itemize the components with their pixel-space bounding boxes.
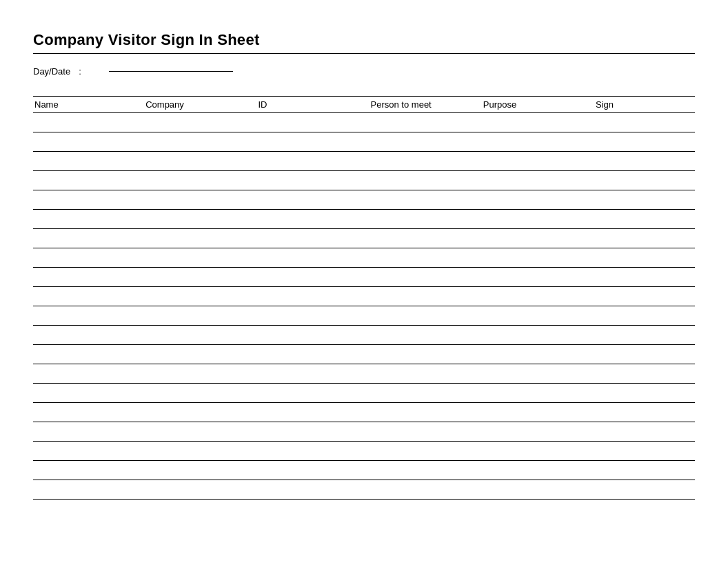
cell-row13-person_to_meet bbox=[371, 345, 483, 364]
cell-row8-id bbox=[258, 248, 370, 268]
cell-row2-name bbox=[33, 132, 145, 152]
cell-row18-name bbox=[33, 442, 145, 461]
cell-row20-purpose bbox=[483, 480, 596, 500]
table-row bbox=[33, 345, 695, 364]
cell-row13-company bbox=[145, 345, 258, 364]
cell-row12-purpose bbox=[483, 326, 596, 345]
table-row bbox=[33, 287, 695, 306]
cell-row16-id bbox=[258, 403, 370, 422]
date-row: Day/Date : bbox=[33, 66, 695, 77]
table-row bbox=[33, 384, 695, 403]
table-row bbox=[33, 171, 695, 190]
date-value-line bbox=[109, 71, 233, 72]
cell-row15-company bbox=[145, 384, 258, 403]
cell-row19-purpose bbox=[483, 461, 596, 480]
cell-row10-company bbox=[145, 287, 258, 306]
table-row bbox=[33, 190, 695, 210]
cell-row5-id bbox=[258, 190, 370, 210]
cell-row6-id bbox=[258, 210, 370, 229]
cell-row2-purpose bbox=[483, 132, 596, 152]
table-header-row: Name Company ID Person to meet Purpose S… bbox=[33, 97, 695, 113]
table-row bbox=[33, 152, 695, 171]
cell-row13-id bbox=[258, 345, 370, 364]
cell-row3-id bbox=[258, 152, 370, 171]
cell-row9-id bbox=[258, 268, 370, 287]
table-row bbox=[33, 326, 695, 345]
col-header-sign: Sign bbox=[596, 97, 695, 113]
cell-row9-name bbox=[33, 268, 145, 287]
col-header-name: Name bbox=[33, 97, 145, 113]
cell-row19-id bbox=[258, 461, 370, 480]
cell-row11-name bbox=[33, 306, 145, 326]
cell-row16-company bbox=[145, 403, 258, 422]
cell-row4-sign bbox=[596, 171, 695, 190]
cell-row6-company bbox=[145, 210, 258, 229]
cell-row11-purpose bbox=[483, 306, 596, 326]
cell-row12-name bbox=[33, 326, 145, 345]
col-header-id: ID bbox=[258, 97, 370, 113]
cell-row9-company bbox=[145, 268, 258, 287]
cell-row1-id bbox=[258, 113, 370, 132]
cell-row2-sign bbox=[596, 132, 695, 152]
cell-row14-company bbox=[145, 364, 258, 384]
cell-row18-id bbox=[258, 442, 370, 461]
cell-row14-sign bbox=[596, 364, 695, 384]
cell-row6-person_to_meet bbox=[371, 210, 483, 229]
cell-row13-purpose bbox=[483, 345, 596, 364]
cell-row9-person_to_meet bbox=[371, 268, 483, 287]
cell-row15-id bbox=[258, 384, 370, 403]
cell-row10-purpose bbox=[483, 287, 596, 306]
cell-row12-id bbox=[258, 326, 370, 345]
cell-row7-company bbox=[145, 229, 258, 248]
cell-row20-person_to_meet bbox=[371, 480, 483, 500]
sign-in-table: Name Company ID Person to meet Purpose S… bbox=[33, 96, 695, 500]
cell-row5-purpose bbox=[483, 190, 596, 210]
cell-row2-company bbox=[145, 132, 258, 152]
cell-row8-name bbox=[33, 248, 145, 268]
cell-row10-sign bbox=[596, 287, 695, 306]
cell-row5-sign bbox=[596, 190, 695, 210]
table-row bbox=[33, 132, 695, 152]
cell-row4-purpose bbox=[483, 171, 596, 190]
cell-row13-sign bbox=[596, 345, 695, 364]
table-row bbox=[33, 422, 695, 442]
cell-row17-purpose bbox=[483, 422, 596, 442]
cell-row5-company bbox=[145, 190, 258, 210]
cell-row4-name bbox=[33, 171, 145, 190]
cell-row14-purpose bbox=[483, 364, 596, 384]
cell-row6-purpose bbox=[483, 210, 596, 229]
cell-row10-person_to_meet bbox=[371, 287, 483, 306]
cell-row16-sign bbox=[596, 403, 695, 422]
cell-row20-name bbox=[33, 480, 145, 500]
cell-row17-person_to_meet bbox=[371, 422, 483, 442]
cell-row19-name bbox=[33, 461, 145, 480]
cell-row12-sign bbox=[596, 326, 695, 345]
cell-row17-id bbox=[258, 422, 370, 442]
cell-row14-name bbox=[33, 364, 145, 384]
cell-row7-name bbox=[33, 229, 145, 248]
cell-row10-name bbox=[33, 287, 145, 306]
table-row bbox=[33, 113, 695, 132]
cell-row16-purpose bbox=[483, 403, 596, 422]
cell-row8-company bbox=[145, 248, 258, 268]
cell-row6-sign bbox=[596, 210, 695, 229]
date-label: Day/Date bbox=[33, 66, 70, 77]
cell-row15-purpose bbox=[483, 384, 596, 403]
cell-row14-person_to_meet bbox=[371, 364, 483, 384]
table-row bbox=[33, 229, 695, 248]
cell-row7-id bbox=[258, 229, 370, 248]
cell-row19-sign bbox=[596, 461, 695, 480]
cell-row1-person_to_meet bbox=[371, 113, 483, 132]
cell-row7-person_to_meet bbox=[371, 229, 483, 248]
cell-row20-id bbox=[258, 480, 370, 500]
cell-row3-sign bbox=[596, 152, 695, 171]
cell-row20-company bbox=[145, 480, 258, 500]
cell-row5-name bbox=[33, 190, 145, 210]
cell-row10-id bbox=[258, 287, 370, 306]
cell-row8-purpose bbox=[483, 248, 596, 268]
cell-row20-sign bbox=[596, 480, 695, 500]
date-colon: : bbox=[79, 66, 81, 77]
cell-row5-person_to_meet bbox=[371, 190, 483, 210]
table-row bbox=[33, 461, 695, 480]
cell-row1-sign bbox=[596, 113, 695, 132]
